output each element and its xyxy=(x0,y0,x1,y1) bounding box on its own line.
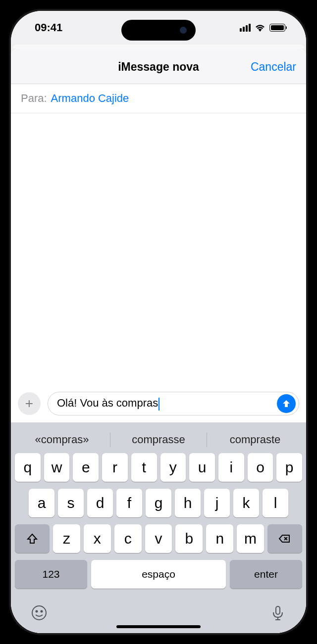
key-o[interactable]: o xyxy=(248,453,273,482)
cancel-button[interactable]: Cancelar xyxy=(251,60,296,74)
key-f[interactable]: f xyxy=(116,489,142,517)
to-recipient[interactable]: Armando Cajide xyxy=(51,92,129,105)
key-g[interactable]: g xyxy=(146,489,171,517)
nav-title: iMessage nova xyxy=(118,60,199,74)
battery-icon xyxy=(269,24,285,32)
key-d[interactable]: d xyxy=(87,489,113,517)
enter-key[interactable]: enter xyxy=(230,560,302,589)
key-h[interactable]: h xyxy=(175,489,201,517)
to-field[interactable]: Para: Armando Cajide xyxy=(11,84,306,113)
add-attachment-button[interactable]: + xyxy=(18,392,41,415)
key-r[interactable]: r xyxy=(102,453,128,482)
arrow-up-icon xyxy=(281,399,291,409)
key-m[interactable]: m xyxy=(237,524,264,553)
key-z[interactable]: z xyxy=(53,524,80,553)
message-text: Olá! Vou às compras xyxy=(57,397,158,409)
shift-icon xyxy=(26,532,39,545)
status-time: 09:41 xyxy=(35,21,62,34)
key-a[interactable]: a xyxy=(29,489,54,517)
message-input[interactable]: Olá! Vou às compras xyxy=(48,392,299,415)
key-s[interactable]: s xyxy=(58,489,84,517)
key-y[interactable]: y xyxy=(160,453,186,482)
backspace-key[interactable] xyxy=(267,524,302,553)
key-e[interactable]: e xyxy=(73,453,99,482)
prediction-bar: «compras» comprasse compraste xyxy=(14,426,303,453)
numbers-key[interactable]: 123 xyxy=(15,560,87,589)
prediction-3[interactable]: compraste xyxy=(207,433,303,446)
key-p[interactable]: p xyxy=(276,453,302,482)
microphone-icon[interactable] xyxy=(269,604,286,621)
camera-lens-icon xyxy=(180,27,187,34)
prediction-1[interactable]: «compras» xyxy=(14,433,110,446)
key-x[interactable]: x xyxy=(84,524,111,553)
prediction-2[interactable]: comprasse xyxy=(110,433,207,446)
svg-point-2 xyxy=(41,611,43,612)
key-c[interactable]: c xyxy=(114,524,142,553)
send-button[interactable] xyxy=(277,394,296,413)
compose-bar: + Olá! Vou às compras xyxy=(11,387,306,422)
key-j[interactable]: j xyxy=(204,489,230,517)
shift-key[interactable] xyxy=(15,524,50,553)
key-q[interactable]: q xyxy=(15,453,41,482)
key-i[interactable]: i xyxy=(218,453,244,482)
key-n[interactable]: n xyxy=(206,524,233,553)
key-k[interactable]: k xyxy=(233,489,259,517)
to-label: Para: xyxy=(21,92,47,105)
emoji-icon[interactable] xyxy=(31,604,48,621)
cellular-signal-icon xyxy=(240,24,251,32)
key-row-1: q w e r t y u i o p xyxy=(14,453,303,482)
key-l[interactable]: l xyxy=(263,489,288,517)
key-row-4: 123 espaço enter xyxy=(14,560,303,589)
key-row-3: z x c v b n m xyxy=(14,524,303,553)
messages-area[interactable] xyxy=(11,113,306,387)
backspace-icon xyxy=(278,532,291,545)
plus-icon: + xyxy=(25,396,33,412)
svg-rect-3 xyxy=(276,606,280,614)
key-u[interactable]: u xyxy=(189,453,215,482)
svg-point-0 xyxy=(32,606,46,620)
key-t[interactable]: t xyxy=(131,453,157,482)
text-cursor xyxy=(158,398,159,411)
key-row-2: a s d f g h j k l xyxy=(14,489,303,517)
key-w[interactable]: w xyxy=(44,453,70,482)
space-key[interactable]: espaço xyxy=(91,560,226,589)
wifi-icon xyxy=(255,24,265,32)
keyboard: «compras» comprasse compraste q w e r t … xyxy=(11,422,306,633)
key-b[interactable]: b xyxy=(175,524,203,553)
svg-point-1 xyxy=(36,611,38,612)
phone-frame: 09:41 iMessage nova Can xyxy=(0,0,317,644)
sheet-peek xyxy=(13,45,304,48)
home-indicator[interactable] xyxy=(116,625,201,628)
key-v[interactable]: v xyxy=(145,524,172,553)
nav-header: iMessage nova Cancelar xyxy=(11,48,306,84)
dynamic-island xyxy=(121,20,196,41)
